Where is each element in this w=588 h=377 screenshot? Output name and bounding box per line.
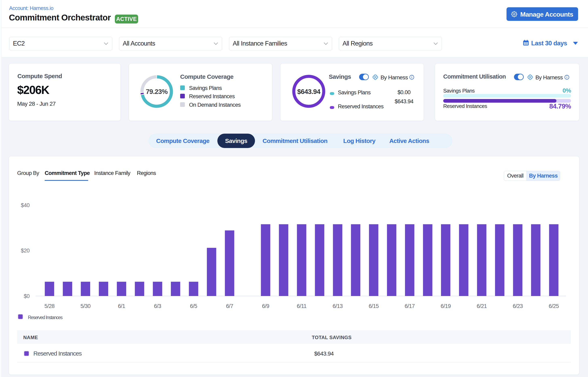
svg-text:6/23: 6/23 [513, 303, 523, 309]
svg-text:6/21: 6/21 [477, 303, 487, 309]
svg-text:6/7: 6/7 [226, 303, 233, 309]
svg-text:6/11: 6/11 [297, 303, 307, 309]
svg-text:6/19: 6/19 [441, 303, 451, 309]
svg-text:$0: $0 [24, 293, 30, 299]
svg-text:$40: $40 [21, 202, 30, 208]
svg-text:6/25: 6/25 [549, 303, 559, 309]
svg-text:6/15: 6/15 [369, 303, 379, 309]
svg-text:6/13: 6/13 [333, 303, 343, 309]
svg-text:5/28: 5/28 [44, 303, 55, 309]
svg-text:$20: $20 [21, 248, 30, 254]
svg-text:6/9: 6/9 [262, 303, 269, 309]
svg-text:6/5: 6/5 [190, 303, 197, 309]
svg-text:5/30: 5/30 [80, 303, 91, 309]
svg-text:6/1: 6/1 [118, 303, 125, 309]
svg-text:6/17: 6/17 [405, 303, 415, 309]
svg-text:6/3: 6/3 [154, 303, 161, 309]
